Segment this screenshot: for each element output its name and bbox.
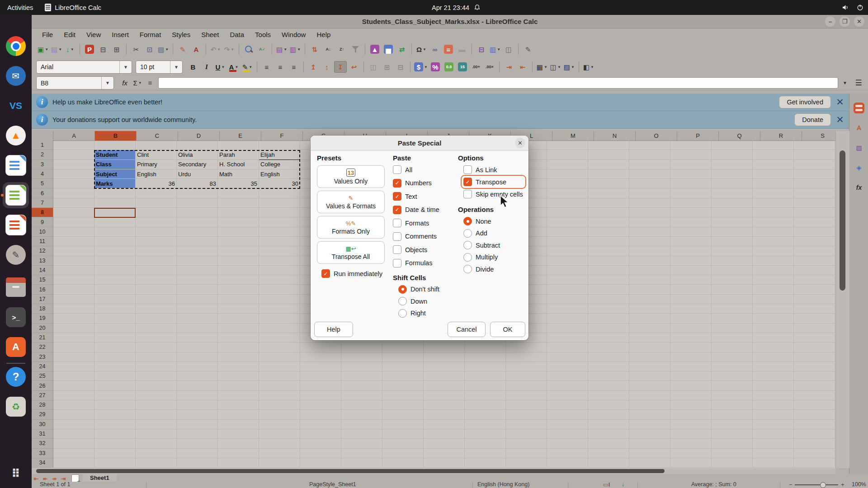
cell-D11[interactable] xyxy=(177,237,218,246)
cell-A5[interactable] xyxy=(53,179,94,188)
cell-M30[interactable] xyxy=(547,420,588,429)
cell-L23[interactable] xyxy=(506,352,547,362)
sidebar-tab-navigator[interactable]: ◈ xyxy=(853,161,865,174)
sidebar-tab-gallery[interactable]: ▨ xyxy=(853,141,865,154)
zoom-slider-knob[interactable] xyxy=(820,482,826,488)
cell-D27[interactable] xyxy=(177,391,218,400)
cell-R2[interactable] xyxy=(753,150,794,160)
cell-Q20[interactable] xyxy=(712,324,753,333)
cell-C19[interactable] xyxy=(136,314,177,323)
cell-A26[interactable] xyxy=(53,381,94,390)
cell-B19[interactable] xyxy=(94,314,136,323)
cell-K27[interactable] xyxy=(465,391,506,400)
cell-O15[interactable] xyxy=(629,275,670,285)
cell-A29[interactable] xyxy=(53,410,94,419)
cell-M6[interactable] xyxy=(547,188,588,198)
cell-B31[interactable] xyxy=(94,429,136,439)
cell-R31[interactable] xyxy=(753,429,794,439)
cell-H34[interactable] xyxy=(341,458,382,468)
cell-C5[interactable]: 36 xyxy=(136,179,177,188)
cell-P14[interactable] xyxy=(670,266,712,275)
cell-A27[interactable] xyxy=(53,391,94,400)
cell-O22[interactable] xyxy=(629,343,670,352)
cell-A11[interactable] xyxy=(53,237,94,246)
cell-C4[interactable]: English xyxy=(136,169,177,179)
cell-M21[interactable] xyxy=(547,333,588,343)
cell-O18[interactable] xyxy=(629,304,670,314)
cell-F33[interactable] xyxy=(259,449,300,458)
cell-D30[interactable] xyxy=(177,420,218,429)
cell-K30[interactable] xyxy=(465,420,506,429)
format-as-percent-icon[interactable]: % xyxy=(429,61,442,73)
cell-S13[interactable] xyxy=(794,256,835,266)
row-header-15[interactable]: 15 xyxy=(32,275,53,285)
cell-P7[interactable] xyxy=(670,198,712,208)
cell-F6[interactable] xyxy=(259,188,300,198)
cell-N18[interactable] xyxy=(588,304,629,314)
cell-F10[interactable] xyxy=(259,227,300,237)
transpose-all-button[interactable]: ▦↩Transpose All xyxy=(317,241,385,264)
cell-B10[interactable] xyxy=(94,227,136,237)
cell-N6[interactable] xyxy=(588,188,629,198)
cell-H28[interactable] xyxy=(341,400,382,410)
cell-N3[interactable] xyxy=(588,160,629,169)
vertical-scrollbar[interactable] xyxy=(835,131,849,468)
cell-N21[interactable] xyxy=(588,333,629,343)
cell-S6[interactable] xyxy=(794,188,835,198)
cell-P4[interactable] xyxy=(670,169,712,179)
cell-A20[interactable] xyxy=(53,324,94,333)
cell-N14[interactable] xyxy=(588,266,629,275)
cell-L33[interactable] xyxy=(506,449,547,458)
cell-C15[interactable] xyxy=(136,275,177,285)
cell-M18[interactable] xyxy=(547,304,588,314)
chevron-down-icon[interactable]: ▼ xyxy=(170,61,182,73)
option-transpose-checkbox[interactable]: ✓Transpose xyxy=(463,178,525,186)
operation-subtract-radio[interactable]: Subtract xyxy=(463,241,525,249)
cell-Q25[interactable] xyxy=(712,371,753,381)
column-header-R[interactable]: R xyxy=(760,131,802,141)
cell-Q34[interactable] xyxy=(712,458,753,468)
cell-F31[interactable] xyxy=(259,429,300,439)
cell-E18[interactable] xyxy=(218,304,259,314)
cell-K26[interactable] xyxy=(465,381,506,390)
cell-F4[interactable]: English xyxy=(259,169,300,179)
cell-Q31[interactable] xyxy=(712,429,753,439)
dock-item-ubuntu-software[interactable]: A xyxy=(5,336,27,358)
cell-P9[interactable] xyxy=(670,217,712,227)
cell-M28[interactable] xyxy=(547,400,588,410)
cell-D17[interactable] xyxy=(177,295,218,304)
cell-B4[interactable]: Subject xyxy=(94,169,136,179)
cell-N28[interactable] xyxy=(588,400,629,410)
cell-O11[interactable] xyxy=(629,237,670,246)
cell-E29[interactable] xyxy=(218,410,259,419)
cell-Q11[interactable] xyxy=(712,237,753,246)
formula-equals-icon[interactable]: = xyxy=(144,78,156,89)
chevron-down-icon[interactable]: ▼ xyxy=(58,47,62,52)
cell-N15[interactable] xyxy=(588,275,629,285)
autosum-icon[interactable]: Σ▼ xyxy=(131,78,144,89)
merge-cells-icon[interactable]: ⊞ xyxy=(381,61,393,73)
cell-R24[interactable] xyxy=(753,362,794,371)
cell-B21[interactable] xyxy=(94,333,136,343)
cell-R19[interactable] xyxy=(753,314,794,323)
cell-N16[interactable] xyxy=(588,285,629,294)
cell-H26[interactable] xyxy=(341,381,382,390)
cell-E21[interactable] xyxy=(218,333,259,343)
cell-E27[interactable] xyxy=(218,391,259,400)
cell-Q30[interactable] xyxy=(712,420,753,429)
cell-E34[interactable] xyxy=(218,458,259,468)
paste-date-time-checkbox[interactable]: ✓Date & time xyxy=(393,206,455,214)
cell-R10[interactable] xyxy=(753,227,794,237)
cell-P27[interactable] xyxy=(670,391,712,400)
cell-D2[interactable]: Olivia xyxy=(177,150,218,160)
cell-M33[interactable] xyxy=(547,449,588,458)
cell-C9[interactable] xyxy=(136,217,177,227)
cell-J22[interactable] xyxy=(424,343,465,352)
delete-decimal-place-icon[interactable]: .00× xyxy=(483,61,496,73)
cell-I32[interactable] xyxy=(382,439,424,448)
cell-A16[interactable] xyxy=(53,285,94,294)
cell-S32[interactable] xyxy=(794,439,835,448)
cell-B18[interactable] xyxy=(94,304,136,314)
define-print-area-icon[interactable]: ⊟ xyxy=(475,43,488,55)
cell-F26[interactable] xyxy=(259,381,300,390)
